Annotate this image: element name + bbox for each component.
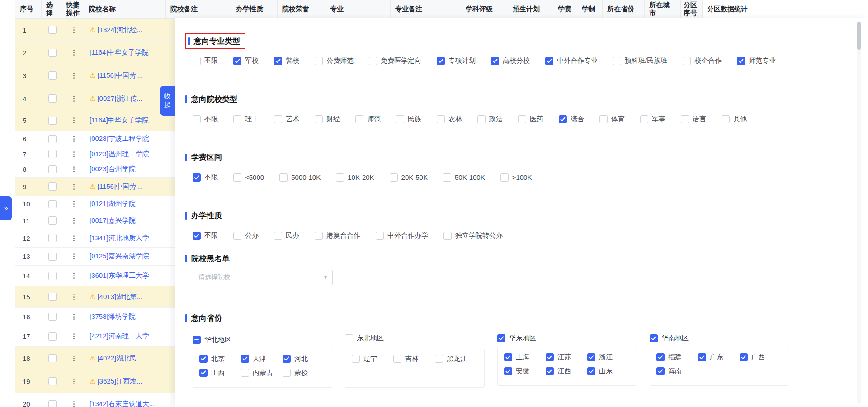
filter-option-checkbox[interactable]: 警校 — [274, 56, 299, 65]
school-link[interactable]: [1342]石家庄铁道大... — [90, 400, 155, 407]
row-checkbox[interactable] — [48, 332, 57, 341]
school-link[interactable]: [0017]嘉兴学院 — [90, 216, 136, 225]
school-link[interactable]: [0121]湖州学院 — [90, 200, 136, 208]
more-actions-icon[interactable] — [73, 256, 75, 257]
province-checkbox[interactable]: 黑龙江 — [435, 355, 476, 363]
region-checkbox[interactable]: 华南地区 — [650, 334, 689, 342]
more-actions-icon[interactable] — [73, 75, 75, 76]
province-checkbox[interactable]: 广西 — [740, 353, 781, 361]
filter-option-checkbox[interactable]: 政法 — [477, 115, 503, 123]
expand-sidebar-button[interactable]: » — [0, 196, 12, 220]
filter-option-checkbox[interactable]: 不限 — [193, 115, 218, 123]
filter-option-checkbox[interactable]: 专项计划 — [437, 56, 476, 65]
more-actions-icon[interactable] — [73, 220, 75, 221]
row-checkbox[interactable] — [48, 400, 57, 407]
row-checkbox[interactable] — [48, 117, 57, 125]
collapse-panel-button[interactable]: 收起 — [160, 86, 175, 116]
school-link[interactable]: [0027]浙江传... — [97, 94, 142, 103]
row-checkbox[interactable] — [48, 94, 57, 103]
filter-option-checkbox[interactable]: 10K-20K — [336, 173, 374, 182]
province-checkbox[interactable]: 河北 — [283, 355, 324, 363]
filter-option-checkbox[interactable]: 语言 — [681, 115, 706, 123]
school-link[interactable]: [4022]湖北民... — [97, 354, 142, 363]
filter-option-checkbox[interactable]: 20K-50K — [390, 173, 428, 182]
blacklist-select[interactable]: 请选择院校 ▾ — [193, 270, 333, 285]
filter-option-checkbox[interactable]: 师范专业 — [737, 56, 776, 65]
filter-option-checkbox[interactable]: 50K-100K — [443, 173, 485, 182]
province-checkbox[interactable]: 福建 — [656, 353, 698, 361]
more-actions-icon[interactable] — [73, 296, 75, 298]
filter-option-checkbox[interactable]: 艺术 — [274, 115, 299, 123]
school-link[interactable]: [3625]江西农... — [97, 377, 142, 386]
filter-option-checkbox[interactable]: 高校分校 — [491, 56, 530, 65]
row-checkbox[interactable] — [48, 293, 57, 301]
row-checkbox[interactable] — [48, 272, 57, 280]
province-checkbox[interactable]: 北京 — [199, 355, 241, 363]
more-actions-icon[interactable] — [73, 381, 75, 382]
school-link[interactable]: [1341]河北地质大学 — [90, 234, 149, 243]
row-checkbox[interactable] — [48, 200, 57, 208]
filter-option-checkbox[interactable]: <5000 — [233, 173, 264, 182]
scrollbar-thumb[interactable] — [857, 22, 861, 50]
row-checkbox[interactable] — [48, 216, 57, 225]
province-checkbox[interactable]: 辽宁 — [352, 355, 393, 363]
filter-option-checkbox[interactable]: 独立学院转公办 — [443, 231, 503, 240]
more-actions-icon[interactable] — [73, 120, 75, 121]
province-checkbox[interactable]: 内蒙古 — [241, 369, 283, 377]
school-link[interactable]: [1324]河北经... — [97, 26, 142, 34]
row-checkbox[interactable] — [48, 377, 57, 385]
school-link[interactable]: [1164]中华女子学院 — [90, 48, 149, 57]
row-checkbox[interactable] — [48, 234, 57, 242]
filter-option-checkbox[interactable]: 师范 — [355, 115, 381, 123]
province-checkbox[interactable]: 上海 — [504, 353, 546, 361]
province-checkbox[interactable]: 天津 — [241, 355, 283, 363]
province-checkbox[interactable]: 蒙授 — [283, 369, 324, 377]
province-checkbox[interactable]: 山西 — [199, 369, 241, 377]
more-actions-icon[interactable] — [73, 98, 75, 99]
school-link[interactable]: [1164]中华女子学院 — [90, 116, 149, 125]
filter-option-checkbox[interactable]: 农林 — [437, 115, 462, 123]
row-checkbox[interactable] — [48, 71, 57, 80]
row-checkbox[interactable] — [48, 182, 57, 191]
school-link[interactable]: [0123]温州理工学院 — [90, 150, 149, 159]
filter-option-checkbox[interactable]: 5000-10K — [279, 173, 321, 182]
province-checkbox[interactable]: 浙江 — [587, 353, 629, 361]
more-actions-icon[interactable] — [73, 138, 75, 140]
row-checkbox[interactable] — [48, 26, 57, 34]
province-checkbox[interactable]: 江西 — [546, 367, 587, 375]
school-link[interactable]: [3758]潍坊学院 — [90, 313, 136, 321]
province-checkbox[interactable]: 安徽 — [504, 367, 546, 375]
school-link[interactable]: [0125]嘉兴南湖学院 — [90, 252, 149, 261]
province-checkbox[interactable]: 广东 — [698, 353, 740, 361]
province-checkbox[interactable]: 山东 — [587, 367, 629, 375]
row-checkbox[interactable] — [48, 150, 57, 158]
filter-option-checkbox[interactable]: 财经 — [315, 115, 340, 123]
panel-scrollbar[interactable] — [857, 21, 861, 404]
school-link[interactable]: [1156]中国劳... — [97, 71, 142, 80]
school-link[interactable]: [0028]宁波工程学院 — [90, 135, 149, 143]
region-checkbox[interactable]: 东北地区 — [345, 334, 384, 342]
filter-option-checkbox[interactable]: 中外合作办学 — [376, 231, 428, 240]
filter-option-checkbox[interactable]: 其他 — [722, 115, 747, 123]
school-link[interactable]: [0023]台州学院 — [90, 165, 136, 173]
filter-option-checkbox[interactable]: 预科班/民族班 — [613, 56, 667, 65]
province-checkbox[interactable]: 江苏 — [546, 353, 587, 361]
filter-option-checkbox[interactable]: 公费师范 — [315, 56, 354, 65]
filter-option-checkbox[interactable]: 理工 — [233, 115, 259, 123]
row-checkbox[interactable] — [48, 165, 57, 173]
more-actions-icon[interactable] — [73, 154, 75, 155]
filter-option-checkbox[interactable]: 公办 — [233, 231, 259, 240]
row-checkbox[interactable] — [48, 49, 57, 57]
more-actions-icon[interactable] — [73, 168, 75, 170]
filter-option-checkbox[interactable]: 医药 — [518, 115, 543, 123]
filter-option-checkbox[interactable]: 民族 — [396, 115, 421, 123]
filter-option-checkbox[interactable]: 体育 — [599, 115, 625, 123]
more-actions-icon[interactable] — [73, 275, 75, 276]
province-checkbox[interactable]: 海南 — [656, 367, 698, 375]
more-actions-icon[interactable] — [73, 316, 75, 318]
more-actions-icon[interactable] — [73, 336, 75, 337]
row-checkbox[interactable] — [48, 313, 57, 321]
province-checkbox[interactable]: 吉林 — [393, 355, 435, 363]
filter-option-checkbox[interactable]: 民办 — [274, 231, 299, 240]
row-checkbox[interactable] — [48, 253, 57, 261]
